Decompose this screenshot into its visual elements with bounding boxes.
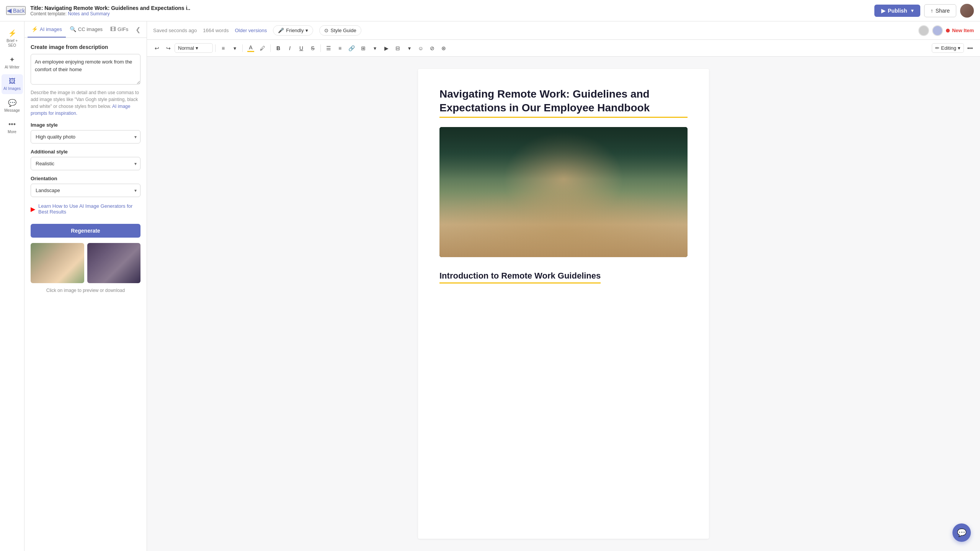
undo-button[interactable]: ↩ xyxy=(152,44,162,53)
older-versions-link[interactable]: Older versions xyxy=(235,28,267,33)
publish-button[interactable]: ▶ Publish ▾ xyxy=(874,5,920,17)
sidebar-item-label-ai-writer: AI Writer xyxy=(5,65,20,70)
ai-images-tab-icon: ⚡ xyxy=(31,26,38,32)
image-thumbnail-1[interactable] xyxy=(31,243,84,283)
align-button[interactable]: ≡ xyxy=(218,44,229,53)
bullet-list-button[interactable]: ☰ xyxy=(323,44,334,53)
image-thumb-visual-2 xyxy=(87,243,141,283)
tab-cc-images[interactable]: 🔍 CC images xyxy=(66,21,106,37)
sidebar-item-more[interactable]: ••• More xyxy=(2,117,23,137)
ai-images-icon: 🖼 xyxy=(9,77,16,85)
tone-button[interactable]: 🎤 Friendly ▾ xyxy=(273,25,313,36)
main-layout: ⚡ Brief + SEO ✦ AI Writer 🖼 AI Images 💬 … xyxy=(0,21,980,551)
gifs-tab-icon: 🎞 xyxy=(110,26,116,32)
style-guide-icon: ⊙ xyxy=(324,28,328,33)
more-icon: ••• xyxy=(8,121,16,129)
tab-gifs-label: GIFs xyxy=(118,26,128,32)
collaborator-avatar-2 xyxy=(932,25,943,36)
tone-label: Friendly xyxy=(286,28,304,33)
clear-format-button[interactable]: ⊘ xyxy=(427,44,438,53)
highlight-button[interactable]: 🖊 xyxy=(257,44,268,53)
learn-link[interactable]: ▶ Learn How to Use AI Image Generators f… xyxy=(31,203,140,215)
cc-images-tab-icon: 🔍 xyxy=(70,26,76,32)
sidebar-item-brief-seo[interactable]: ⚡ Brief + SEO xyxy=(2,26,23,51)
create-image-title: Create image from description xyxy=(31,44,140,50)
table-button[interactable]: ⊟ xyxy=(392,44,403,53)
play-button[interactable]: ▶ xyxy=(381,44,392,53)
editing-mode-button[interactable]: ✏ Editing ▾ xyxy=(932,43,964,53)
panel: ⚡ AI images 🔍 CC images 🎞 GIFs ❮ Create … xyxy=(24,21,147,551)
editor-topbar: Saved seconds ago 1664 words Older versi… xyxy=(147,21,980,40)
bold-button[interactable]: B xyxy=(273,44,284,53)
sidebar-item-ai-writer[interactable]: ✦ AI Writer xyxy=(2,52,23,73)
hint-text: Describe the image in detail and then us… xyxy=(31,89,140,117)
share-button[interactable]: ↑ Share xyxy=(924,4,956,17)
image-hint: Click on image to preview or download xyxy=(31,288,140,293)
underline-button[interactable]: U xyxy=(296,44,307,53)
orientation-label: Orientation xyxy=(31,176,140,181)
additional-style-select[interactable]: Realistic Artistic Minimal Cinematic xyxy=(31,157,140,170)
regenerate-button[interactable]: Regenerate xyxy=(31,224,140,238)
share-icon: ↑ xyxy=(931,8,933,14)
link-button[interactable]: 🔗 xyxy=(346,44,357,53)
edit-icon: ✏ xyxy=(935,45,939,51)
style-selector-arrow: ▾ xyxy=(196,45,198,51)
content-template-link[interactable]: Notes and Summary xyxy=(68,11,109,16)
new-item-button[interactable]: New Item xyxy=(946,28,974,33)
text-color-button[interactable]: A xyxy=(245,43,256,54)
sidebar-item-message[interactable]: 💬 Message xyxy=(2,96,23,116)
media-button[interactable]: ⊞ xyxy=(358,44,369,53)
image-thumbnail-2[interactable] xyxy=(87,243,141,283)
avatar-image xyxy=(960,4,974,18)
additional-style-select-wrapper: Realistic Artistic Minimal Cinematic ▾ xyxy=(31,157,140,170)
avatar[interactable] xyxy=(960,4,974,18)
tab-ai-images[interactable]: ⚡ AI images xyxy=(28,21,66,37)
publish-dropdown-arrow: ▾ xyxy=(911,8,913,13)
tab-gifs[interactable]: 🎞 GIFs xyxy=(106,21,132,37)
top-bar-right: ▶ Publish ▾ ↑ Share xyxy=(874,4,974,18)
orientation-select[interactable]: Landscape Portrait Square xyxy=(31,184,140,197)
brief-seo-icon: ⚡ xyxy=(8,29,16,37)
editor-document: Navigating Remote Work: Guidelines and E… xyxy=(418,69,709,539)
image-grid xyxy=(31,243,140,283)
strikethrough-button[interactable]: S xyxy=(307,44,318,53)
more-options-button[interactable]: ⊛ xyxy=(438,44,449,53)
numbered-list-button[interactable]: ≡ xyxy=(335,44,345,53)
align-dropdown-button[interactable]: ▾ xyxy=(229,44,240,53)
image-style-select[interactable]: High quality photo Illustration Cartoon … xyxy=(31,130,140,143)
panel-body: Create image from description An employe… xyxy=(24,38,147,299)
sidebar-item-ai-images[interactable]: 🖼 AI Images xyxy=(2,74,23,94)
table-dropdown-button[interactable]: ▾ xyxy=(404,44,415,53)
style-guide-label: Style Guide xyxy=(330,28,356,33)
style-guide-button[interactable]: ⊙ Style Guide xyxy=(319,25,361,36)
document-image xyxy=(439,127,688,257)
image-description-input[interactable]: An employee enjoying remote work from th… xyxy=(31,54,140,85)
title-area: Title: Navigating Remote Work: Guideline… xyxy=(30,5,190,16)
top-bar: ◀ Back Title: Navigating Remote Work: Gu… xyxy=(0,0,980,21)
youtube-icon: ▶ xyxy=(31,205,35,213)
italic-button[interactable]: I xyxy=(284,44,295,53)
editing-label: Editing xyxy=(941,45,956,51)
chat-bubble-icon: 💬 xyxy=(957,528,967,537)
tab-ai-images-label: AI images xyxy=(40,26,62,32)
redo-button[interactable]: ↪ xyxy=(163,44,174,53)
sidebar-item-label-ai-images: AI Images xyxy=(3,86,21,91)
collaborator-avatar-1 xyxy=(918,25,929,36)
back-button[interactable]: ◀ Back xyxy=(6,6,26,15)
tone-dropdown-arrow: ▾ xyxy=(305,28,308,33)
panel-collapse-button[interactable]: ❮ xyxy=(132,23,144,36)
media-dropdown-button[interactable]: ▾ xyxy=(369,44,380,53)
word-count: 1664 words xyxy=(203,28,229,33)
microphone-icon: 🎤 xyxy=(278,28,284,33)
icon-sidebar: ⚡ Brief + SEO ✦ AI Writer 🖼 AI Images 💬 … xyxy=(0,21,24,551)
style-selector[interactable]: Normal ▾ xyxy=(175,43,213,53)
emoji-button[interactable]: ☺ xyxy=(415,44,426,53)
toolbar-sep-1 xyxy=(215,44,216,52)
toolbar-overflow-button[interactable]: ••• xyxy=(965,44,975,53)
saved-status: Saved seconds ago xyxy=(153,28,197,33)
editor-scroll[interactable]: Navigating Remote Work: Guidelines and E… xyxy=(147,57,980,551)
orientation-select-wrapper: Landscape Portrait Square ▾ xyxy=(31,184,140,197)
share-label: Share xyxy=(936,8,950,14)
back-label: Back xyxy=(13,8,25,14)
chat-bubble-button[interactable]: 💬 xyxy=(952,523,971,542)
